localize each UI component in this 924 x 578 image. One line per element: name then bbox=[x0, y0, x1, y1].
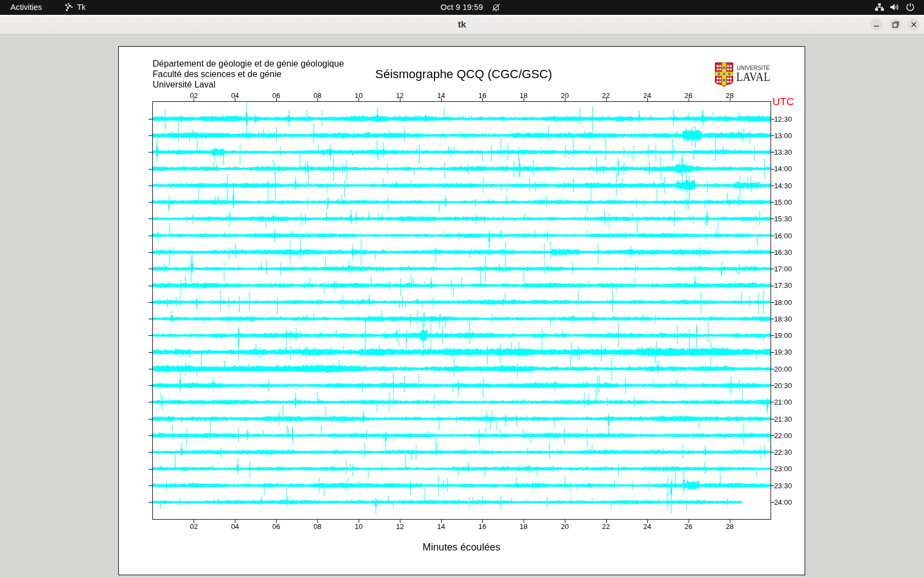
svg-text:LAVAL: LAVAL bbox=[736, 69, 771, 84]
